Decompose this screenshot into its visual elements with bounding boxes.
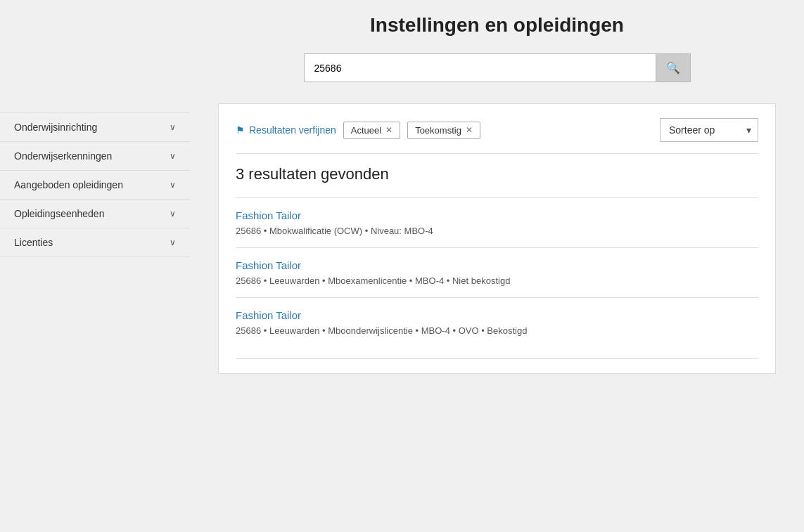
- filter-tag-toekomstig[interactable]: Toekomstig ✕: [407, 122, 480, 139]
- sidebar-item-aangeboden-opleidingen[interactable]: Aangeboden opleidingen ∨: [0, 170, 190, 199]
- sort-select-wrapper: Sorteer op Naam Datum: [660, 118, 758, 142]
- result-item: Fashion Tailor 25686 • Leeuwarden • Mboo…: [236, 297, 758, 347]
- sidebar-item-label: Licenties: [14, 237, 53, 248]
- chevron-down-icon: ∨: [170, 180, 176, 190]
- filter-tag-label: Toekomstig: [415, 125, 461, 136]
- filter-tag-label: Actueel: [351, 125, 381, 136]
- chevron-down-icon: ∨: [170, 209, 176, 219]
- sidebar-item-opleidingseenheden[interactable]: Opleidingseenheden ∨: [0, 199, 190, 228]
- chevron-down-icon: ∨: [170, 122, 176, 132]
- bottom-divider: [236, 358, 758, 359]
- filter-left: ⚑ Resultaten verfijnen Actueel ✕ Toekoms…: [236, 122, 480, 139]
- search-bar: 🔍: [218, 53, 776, 82]
- result-meta-3: 25686 • Leeuwarden • Mboonderwijslicenti…: [236, 325, 758, 336]
- sort-select[interactable]: Sorteer op Naam Datum: [660, 118, 758, 142]
- result-item: Fashion Tailor 25686 • Mbokwalificatie (…: [236, 197, 758, 247]
- divider: [236, 153, 758, 154]
- result-link-3[interactable]: Fashion Tailor: [236, 309, 301, 321]
- filter-icon: ⚑: [236, 124, 245, 136]
- result-link-2[interactable]: Fashion Tailor: [236, 259, 301, 271]
- filter-title-label: Resultaten verfijnen: [249, 124, 336, 136]
- sidebar-item-licenties[interactable]: Licenties ∨: [0, 228, 190, 257]
- sidebar-item-onderwijsinrichting[interactable]: Onderwijsinrichting ∨: [0, 112, 190, 141]
- sidebar-item-label: Opleidingseenheden: [14, 208, 104, 219]
- filter-row: ⚑ Resultaten verfijnen Actueel ✕ Toekoms…: [236, 118, 758, 142]
- search-icon: 🔍: [666, 62, 680, 74]
- result-link-1[interactable]: Fashion Tailor: [236, 209, 301, 221]
- filter-title[interactable]: ⚑ Resultaten verfijnen: [236, 124, 336, 136]
- results-panel: ⚑ Resultaten verfijnen Actueel ✕ Toekoms…: [218, 103, 776, 374]
- close-icon[interactable]: ✕: [385, 125, 393, 135]
- sort-row: Sorteer op Naam Datum: [660, 118, 758, 142]
- filter-tag-actueel[interactable]: Actueel ✕: [343, 122, 400, 139]
- page-title: Instellingen en opleidingen: [218, 14, 776, 37]
- result-meta-2: 25686 • Leeuwarden • Mboexamenlicentie •…: [236, 275, 758, 286]
- chevron-down-icon: ∨: [170, 151, 176, 161]
- sidebar: Onderwijsinrichting ∨ Onderwijserkenning…: [0, 0, 190, 532]
- main-content: Instellingen en opleidingen 🔍 ⚑ Resultat…: [190, 0, 804, 532]
- sidebar-item-onderwijserkenningen[interactable]: Onderwijserkenningen ∨: [0, 141, 190, 170]
- search-button[interactable]: 🔍: [656, 53, 691, 82]
- close-icon[interactable]: ✕: [466, 125, 473, 135]
- search-input[interactable]: [304, 53, 656, 82]
- result-meta-1: 25686 • Mbokwalificatie (OCW) • Niveau: …: [236, 226, 758, 236]
- results-count: 3 resultaten gevonden: [236, 165, 758, 183]
- result-item: Fashion Tailor 25686 • Leeuwarden • Mboe…: [236, 247, 758, 297]
- chevron-down-icon: ∨: [170, 238, 176, 247]
- sidebar-item-label: Aangeboden opleidingen: [14, 179, 123, 190]
- sidebar-item-label: Onderwijsinrichting: [14, 122, 97, 133]
- sidebar-item-label: Onderwijserkenningen: [14, 150, 112, 162]
